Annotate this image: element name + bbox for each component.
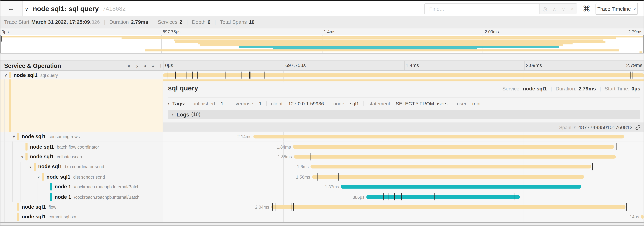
span-color-accent bbox=[9, 72, 11, 78]
span-bar-row[interactable]: 14μs bbox=[163, 212, 644, 222]
chevron-down-icon[interactable]: ∨ bbox=[28, 164, 33, 169]
view-selector-button[interactable]: Trace Timeline ∨ bbox=[596, 3, 638, 15]
span-bar-row[interactable]: 1.84ms bbox=[163, 142, 644, 152]
minimap-drag-handle[interactable] bbox=[1, 36, 2, 42]
collapse-all-icon[interactable]: » bbox=[142, 61, 149, 71]
collapse-title-toggle[interactable]: ∨ bbox=[24, 1, 28, 16]
span-bar[interactable] bbox=[641, 215, 644, 219]
log-tick-mark bbox=[404, 193, 404, 200]
span-id-footer: SpanID: 4877749850101760812 bbox=[163, 123, 644, 132]
back-button[interactable]: ← bbox=[0, 1, 22, 16]
span-bar-row[interactable]: 1.37ms bbox=[163, 182, 644, 192]
span-bar[interactable] bbox=[271, 205, 626, 209]
log-tick-mark bbox=[186, 72, 186, 78]
span-service-name: node sql1commit sql txn bbox=[22, 214, 76, 220]
trace-summary-bar: Trace StartMarch 31 2022, 17:25:09.326|D… bbox=[0, 17, 644, 29]
find-clear-icon[interactable]: × bbox=[571, 6, 574, 12]
panel-resize-grip[interactable]: ‖ bbox=[160, 61, 162, 71]
span-bar[interactable] bbox=[311, 165, 591, 168]
span-tree-row[interactable]: node sql1batch flow coordinator bbox=[0, 142, 163, 152]
expand-all-icon[interactable]: » bbox=[150, 61, 156, 71]
span-duration-label: 14μs bbox=[630, 214, 639, 219]
span-service-name: node sql1txn coordinator send bbox=[38, 164, 104, 170]
span-bar[interactable] bbox=[293, 145, 614, 148]
span-bar[interactable] bbox=[294, 155, 616, 158]
meta-value: 2.79ms bbox=[578, 86, 596, 92]
chevron-down-icon[interactable]: ∨ bbox=[3, 73, 8, 77]
find-scope-icon[interactable]: ◎ bbox=[542, 6, 547, 12]
logs-accordion[interactable]: › Logs (18) bbox=[168, 110, 640, 119]
tag-key: _verbose bbox=[233, 101, 253, 106]
minimap-tick-label: 697.75μs bbox=[163, 29, 180, 34]
span-bar-row[interactable]: 886μs bbox=[163, 192, 644, 202]
minimap-span-bar bbox=[198, 43, 572, 45]
span-duration-label: 886μs bbox=[353, 194, 364, 199]
log-tick-mark bbox=[399, 193, 399, 200]
span-tree-row[interactable]: node sql1flow bbox=[0, 202, 163, 212]
span-detail-title: sql query bbox=[168, 84, 198, 92]
span-tree-row[interactable]: node 1/cockroach.roachpb.Internal/Batch bbox=[0, 192, 163, 202]
tag-separator bbox=[328, 101, 329, 106]
chevron-down-icon[interactable]: ∨ bbox=[20, 154, 24, 159]
span-bar-row[interactable]: 2.04ms bbox=[163, 202, 644, 212]
trace-span-rows: ∨node sql1sql query∨node sql1consuming r… bbox=[0, 71, 644, 226]
span-tree-row[interactable]: ∨node sql1txn coordinator send bbox=[0, 162, 163, 172]
span-bar[interactable] bbox=[312, 175, 584, 179]
span-tree-row[interactable]: ∨node sql1dist sender send bbox=[0, 172, 163, 182]
summary-separator: | bbox=[152, 19, 154, 25]
ruler-tick-label: 2.09ms bbox=[526, 63, 542, 68]
span-bar-row[interactable]: 1.85ms bbox=[163, 152, 644, 162]
find-input[interactable] bbox=[425, 4, 539, 14]
span-service-name: node 1/cockroach.roachpb.Internal/Batch bbox=[54, 194, 140, 200]
span-color-accent bbox=[9, 79, 11, 132]
app-viewport: ← ∨ node sql1: sql query 7418682 ◎ ∧ ∨ ×… bbox=[0, 0, 644, 226]
span-bar[interactable] bbox=[163, 73, 644, 77]
minimap-canvas[interactable] bbox=[0, 35, 644, 54]
meta-separator: | bbox=[600, 86, 601, 92]
span-service-name: node sql1colbatchscan bbox=[30, 154, 82, 159]
span-tree-row[interactable]: node sql1commit sql txn bbox=[0, 212, 163, 222]
span-tree-row[interactable]: ∨node sql1consuming rows bbox=[0, 132, 163, 142]
chevron-down-icon[interactable]: ∨ bbox=[12, 134, 16, 139]
tag-equals: = bbox=[284, 101, 287, 106]
span-color-accent bbox=[26, 153, 28, 161]
span-bar-row[interactable]: 1.6ms bbox=[163, 162, 644, 172]
log-tick-mark bbox=[192, 72, 193, 78]
indent-guide bbox=[29, 172, 29, 182]
span-bar-row[interactable]: 1.56ms bbox=[163, 172, 644, 182]
find-prev-icon[interactable]: ∧ bbox=[553, 7, 556, 11]
span-id-value: 4877749850101760812 bbox=[578, 124, 632, 130]
timeline-section-header: Service & Operation ∨ › » » ‖ 0μs697.75μ… bbox=[0, 60, 644, 71]
meta-separator: | bbox=[550, 86, 552, 92]
span-tree-row[interactable]: node 1/cockroach.roachpb.Internal/Batch bbox=[0, 182, 163, 192]
span-bar-row[interactable] bbox=[163, 71, 644, 80]
tags-accordion[interactable]: › Tags: _unfinished=1_verbose=1client=12… bbox=[168, 99, 640, 107]
span-color-accent bbox=[17, 133, 19, 141]
minimap-span-bar bbox=[200, 45, 563, 46]
tags-list: _unfinished=1_verbose=1client=127.0.0.1:… bbox=[190, 101, 481, 106]
tag-equals: = bbox=[217, 101, 219, 106]
ruler-tick-label: 0μs bbox=[165, 63, 173, 68]
log-tick-mark bbox=[195, 72, 195, 78]
minimap-span-bar bbox=[238, 46, 559, 48]
expand-one-icon[interactable]: › bbox=[134, 61, 140, 71]
span-operation-name: colbatchscan bbox=[57, 154, 82, 159]
span-color-accent bbox=[42, 173, 44, 181]
span-tree-row[interactable]: ∨node sql1sql query bbox=[0, 71, 163, 80]
find-next-icon[interactable]: ∨ bbox=[562, 7, 565, 11]
trace-id: 7418682 bbox=[102, 6, 126, 12]
span-bar[interactable] bbox=[366, 195, 520, 199]
span-color-accent bbox=[50, 193, 52, 201]
span-tree-row[interactable]: ∨node sql1colbatchscan bbox=[0, 152, 163, 162]
ruler-tick-label: 2.79ms bbox=[626, 63, 642, 68]
span-bar[interactable] bbox=[254, 135, 624, 138]
bottom-scroll-strip[interactable] bbox=[0, 222, 644, 223]
keyboard-shortcuts-button[interactable]: ⌘ bbox=[580, 3, 593, 15]
indent-guide bbox=[29, 182, 29, 192]
span-color-accent bbox=[17, 213, 19, 221]
link-icon[interactable] bbox=[635, 125, 640, 130]
collapse-one-icon[interactable]: ∨ bbox=[126, 61, 132, 71]
chevron-down-icon[interactable]: ∨ bbox=[36, 174, 41, 179]
span-bar-row[interactable]: 2.14ms bbox=[163, 132, 644, 142]
span-bar[interactable] bbox=[341, 185, 581, 189]
